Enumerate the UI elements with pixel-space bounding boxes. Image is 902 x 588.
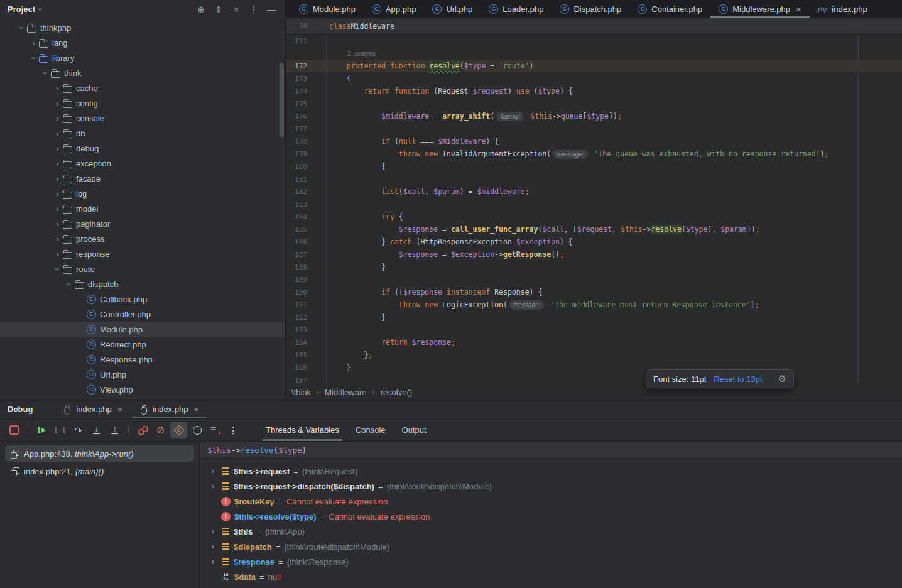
locate-file-icon[interactable]: ⊕ — [193, 2, 209, 17]
chevron-right-icon[interactable]: › — [52, 144, 63, 153]
tree-item-debug[interactable]: ›debug — [0, 141, 285, 156]
chevron-down-icon[interactable]: › — [36, 8, 45, 11]
code-line-178[interactable]: 178 if (null === $middleware) { — [286, 135, 902, 148]
chevron-right-icon[interactable]: › — [209, 527, 217, 536]
tree-item-thinkphp[interactable]: ›thinkphp — [0, 20, 285, 35]
variable-row[interactable]: ›$this->request->dispatch($dispatch)={th… — [200, 479, 902, 494]
tree-item-exception[interactable]: ›exception — [0, 156, 285, 171]
tree-item-Url.php[interactable]: Url.php — [0, 367, 285, 382]
frame-row[interactable]: App.php:438, think\App->run() — [5, 445, 194, 462]
code-line-188[interactable]: 188 } — [286, 261, 902, 273]
breadcrumb-item[interactable]: \think — [291, 388, 311, 397]
expand-collapse-icon[interactable]: ⇕ — [211, 2, 226, 17]
chevron-right-icon[interactable]: › — [52, 174, 63, 183]
chevron-right-icon[interactable]: › — [209, 557, 217, 566]
code-line-186[interactable]: 186 } catch (HttpResponseException $exce… — [286, 236, 902, 248]
tree-item-View.php[interactable]: View.php — [0, 382, 285, 397]
step-out-button[interactable] — [106, 422, 123, 438]
stop-button[interactable] — [6, 422, 23, 438]
tab-output[interactable]: Output — [394, 419, 435, 441]
chevron-right-icon[interactable]: › — [52, 249, 63, 259]
code-line-174[interactable]: 174 return function (Request $request) u… — [286, 85, 902, 97]
reset-font-size-link[interactable]: Reset to 13pt — [714, 374, 762, 384]
editor-tab-Container.php[interactable]: Container.php — [629, 0, 710, 18]
watch-expression-input[interactable]: $this->resolve($type) — [200, 442, 902, 459]
tree-item-dispatch[interactable]: ›dispatch — [0, 276, 285, 291]
code-line-187[interactable]: 187 $response = $exception->getResponse(… — [286, 248, 902, 261]
code-line-191[interactable]: 191 throw new LogicException(message: 'T… — [286, 298, 902, 311]
variable-row[interactable]: $data=null — [200, 569, 902, 584]
tree-item-route[interactable]: ›route — [0, 261, 285, 276]
hide-panel-icon[interactable]: — — [264, 2, 279, 17]
chevron-right-icon[interactable]: › — [52, 99, 63, 108]
tree-item-paginator[interactable]: ›paginator — [0, 216, 285, 231]
code-line-173[interactable]: 173 { — [286, 72, 902, 85]
view-breakpoints-button[interactable] — [134, 422, 151, 438]
editor-tab-Module.php[interactable]: Module.php — [291, 0, 364, 18]
more-options-button[interactable] — [225, 422, 242, 438]
chevron-down-icon[interactable]: › — [52, 264, 63, 274]
code-line-179[interactable]: 179 throw new InvalidArgumentException(m… — [286, 148, 902, 160]
usages-hint[interactable]: 2 usages — [286, 47, 902, 60]
variable-row[interactable]: ›$response={think\Response} — [200, 554, 902, 569]
chevron-right-icon[interactable]: › — [28, 38, 39, 48]
chevron-right-icon[interactable]: › — [52, 129, 63, 138]
tree-item-cache[interactable]: ›cache — [0, 80, 285, 95]
tree-item-Callback.php[interactable]: Callback.php — [0, 291, 285, 307]
editor-tab-Url.php[interactable]: Url.php — [424, 0, 481, 18]
code-line-193[interactable]: 193 — [286, 324, 902, 336]
code-line-196[interactable]: 196 } — [286, 361, 902, 374]
tree-item-library[interactable]: ›library — [0, 50, 285, 65]
variable-row[interactable]: ›$this={think\App} — [200, 524, 902, 539]
code-line-182[interactable]: 182 list($call, $param) = $middleware; — [286, 185, 902, 198]
tree-item-Module.php[interactable]: Module.php — [0, 322, 285, 337]
code-line-175[interactable]: 175 — [286, 97, 902, 110]
variable-row[interactable]: ›$this->request={think\Request} — [200, 464, 902, 479]
breadcrumb-item[interactable]: resolve() — [381, 388, 413, 397]
code-editor[interactable]: 18class Middleware 1712 usages172 protec… — [286, 18, 902, 384]
breadcrumb-item[interactable]: Middleware — [325, 388, 366, 397]
code-line-177[interactable]: 177 — [286, 122, 902, 135]
php-break-at-first-line-toggle[interactable] — [170, 422, 187, 438]
sticky-class-header[interactable]: 18class Middleware — [286, 18, 902, 35]
editor-tab-Dispatch.php[interactable]: Dispatch.php — [552, 0, 629, 18]
more-options-icon[interactable]: ⋮ — [246, 2, 261, 17]
tree-item-Redirect.php[interactable]: Redirect.php — [0, 337, 285, 352]
breakpoint-details-button[interactable] — [188, 422, 205, 438]
variable-row[interactable]: ›$dispatch={think\route\dispatch\Module} — [200, 539, 902, 554]
frame-row[interactable]: index.php:21, {main}() — [5, 463, 194, 479]
tree-item-think[interactable]: ›think — [0, 65, 285, 80]
chevron-right-icon[interactable]: › — [52, 84, 63, 93]
step-into-button[interactable] — [88, 422, 105, 438]
chevron-right-icon[interactable]: › — [52, 219, 63, 229]
step-over-button[interactable] — [70, 422, 87, 438]
editor-tab-index.php[interactable]: index.php — [810, 0, 876, 18]
close-icon[interactable]: × — [193, 405, 198, 415]
code-line-183[interactable]: 183 — [286, 198, 902, 210]
collapse-all-icon[interactable]: × — [229, 2, 244, 17]
chevron-right-icon[interactable]: › — [209, 482, 217, 491]
tree-item-process[interactable]: ›process — [0, 231, 285, 246]
tree-item-Response.php[interactable]: Response.php — [0, 352, 285, 367]
code-line-195[interactable]: 195 }; — [286, 349, 902, 361]
tree-item-console[interactable]: ›console — [0, 111, 285, 126]
chevron-right-icon[interactable]: › — [209, 467, 217, 476]
editor-tab-App.php[interactable]: App.php — [364, 0, 424, 18]
code-line-197[interactable]: 197 — [286, 374, 902, 384]
code-line-194[interactable]: 194 return $response; — [286, 336, 902, 349]
code-line-176[interactable]: 176 $middleware = array_shift(&array: $t… — [286, 110, 902, 122]
code-line-189[interactable]: 189 — [286, 273, 902, 286]
editor-tab-Middleware.php[interactable]: Middleware.php× — [710, 0, 810, 18]
code-line-192[interactable]: 192 } — [286, 311, 902, 324]
code-line-181[interactable]: 181 — [286, 173, 902, 185]
project-scrollbar[interactable] — [280, 63, 284, 137]
pause-button[interactable] — [52, 422, 68, 438]
tab-threads-variables[interactable]: Threads & Variables — [258, 419, 347, 441]
editor-tab-Loader.php[interactable]: Loader.php — [481, 0, 552, 18]
debug-session-tab-0[interactable]: index.php× — [55, 400, 129, 418]
chevron-right-icon[interactable]: › — [52, 234, 63, 244]
chevron-right-icon[interactable]: › — [52, 159, 63, 168]
chevron-right-icon[interactable]: › — [52, 204, 63, 214]
tree-item-db[interactable]: ›db — [0, 126, 285, 141]
chevron-down-icon[interactable]: › — [64, 280, 75, 289]
